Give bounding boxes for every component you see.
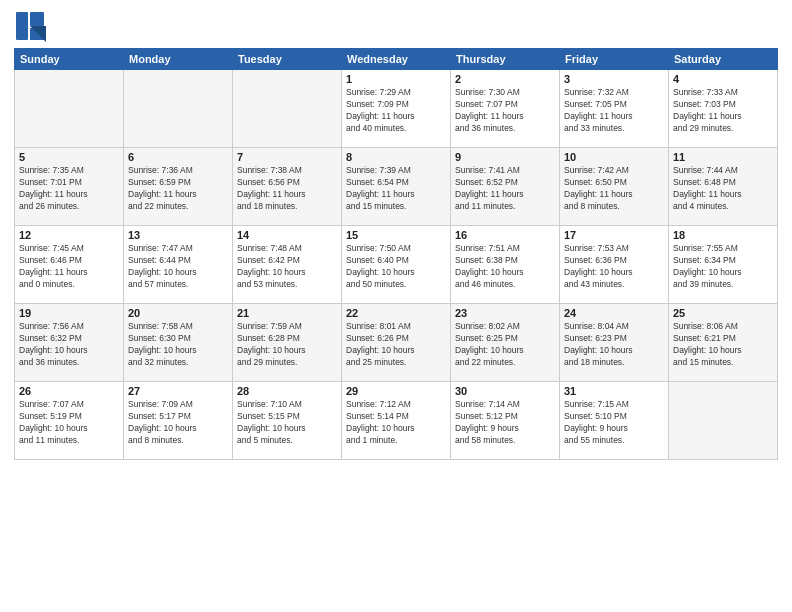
day-number: 4 [673,73,773,85]
day-info: Sunrise: 7:42 AM Sunset: 6:50 PM Dayligh… [564,165,664,213]
calendar-cell: 27Sunrise: 7:09 AM Sunset: 5:17 PM Dayli… [124,382,233,460]
calendar-header-tuesday: Tuesday [233,49,342,70]
day-info: Sunrise: 8:06 AM Sunset: 6:21 PM Dayligh… [673,321,773,369]
calendar-header-sunday: Sunday [15,49,124,70]
calendar-cell: 24Sunrise: 8:04 AM Sunset: 6:23 PM Dayli… [560,304,669,382]
day-info: Sunrise: 7:44 AM Sunset: 6:48 PM Dayligh… [673,165,773,213]
day-number: 23 [455,307,555,319]
day-info: Sunrise: 7:12 AM Sunset: 5:14 PM Dayligh… [346,399,446,447]
calendar-header-wednesday: Wednesday [342,49,451,70]
day-info: Sunrise: 7:50 AM Sunset: 6:40 PM Dayligh… [346,243,446,291]
day-number: 11 [673,151,773,163]
calendar-week-1: 5Sunrise: 7:35 AM Sunset: 7:01 PM Daylig… [15,148,778,226]
calendar-cell: 7Sunrise: 7:38 AM Sunset: 6:56 PM Daylig… [233,148,342,226]
calendar-week-2: 12Sunrise: 7:45 AM Sunset: 6:46 PM Dayli… [15,226,778,304]
svg-rect-0 [16,12,28,40]
calendar-cell: 22Sunrise: 8:01 AM Sunset: 6:26 PM Dayli… [342,304,451,382]
calendar-cell: 29Sunrise: 7:12 AM Sunset: 5:14 PM Dayli… [342,382,451,460]
day-info: Sunrise: 7:07 AM Sunset: 5:19 PM Dayligh… [19,399,119,447]
calendar-cell: 25Sunrise: 8:06 AM Sunset: 6:21 PM Dayli… [669,304,778,382]
day-number: 15 [346,229,446,241]
calendar-cell: 21Sunrise: 7:59 AM Sunset: 6:28 PM Dayli… [233,304,342,382]
calendar-cell: 20Sunrise: 7:58 AM Sunset: 6:30 PM Dayli… [124,304,233,382]
day-info: Sunrise: 7:53 AM Sunset: 6:36 PM Dayligh… [564,243,664,291]
day-info: Sunrise: 8:02 AM Sunset: 6:25 PM Dayligh… [455,321,555,369]
day-number: 26 [19,385,119,397]
day-info: Sunrise: 7:36 AM Sunset: 6:59 PM Dayligh… [128,165,228,213]
day-number: 17 [564,229,664,241]
calendar-cell: 9Sunrise: 7:41 AM Sunset: 6:52 PM Daylig… [451,148,560,226]
calendar-cell: 3Sunrise: 7:32 AM Sunset: 7:05 PM Daylig… [560,70,669,148]
day-info: Sunrise: 8:04 AM Sunset: 6:23 PM Dayligh… [564,321,664,369]
calendar-cell: 15Sunrise: 7:50 AM Sunset: 6:40 PM Dayli… [342,226,451,304]
calendar-table: SundayMondayTuesdayWednesdayThursdayFrid… [14,48,778,460]
day-number: 5 [19,151,119,163]
calendar-cell: 6Sunrise: 7:36 AM Sunset: 6:59 PM Daylig… [124,148,233,226]
day-info: Sunrise: 7:15 AM Sunset: 5:10 PM Dayligh… [564,399,664,447]
calendar-cell: 16Sunrise: 7:51 AM Sunset: 6:38 PM Dayli… [451,226,560,304]
calendar-header-monday: Monday [124,49,233,70]
day-number: 13 [128,229,228,241]
calendar-cell: 12Sunrise: 7:45 AM Sunset: 6:46 PM Dayli… [15,226,124,304]
day-number: 25 [673,307,773,319]
day-info: Sunrise: 7:29 AM Sunset: 7:09 PM Dayligh… [346,87,446,135]
calendar-cell: 23Sunrise: 8:02 AM Sunset: 6:25 PM Dayli… [451,304,560,382]
header [14,10,778,42]
calendar-cell: 17Sunrise: 7:53 AM Sunset: 6:36 PM Dayli… [560,226,669,304]
calendar-header-saturday: Saturday [669,49,778,70]
calendar-cell: 11Sunrise: 7:44 AM Sunset: 6:48 PM Dayli… [669,148,778,226]
day-info: Sunrise: 7:41 AM Sunset: 6:52 PM Dayligh… [455,165,555,213]
day-number: 1 [346,73,446,85]
day-info: Sunrise: 7:58 AM Sunset: 6:30 PM Dayligh… [128,321,228,369]
page: SundayMondayTuesdayWednesdayThursdayFrid… [0,0,792,612]
day-info: Sunrise: 7:38 AM Sunset: 6:56 PM Dayligh… [237,165,337,213]
day-number: 12 [19,229,119,241]
day-number: 24 [564,307,664,319]
calendar-cell: 8Sunrise: 7:39 AM Sunset: 6:54 PM Daylig… [342,148,451,226]
calendar-cell: 26Sunrise: 7:07 AM Sunset: 5:19 PM Dayli… [15,382,124,460]
calendar-cell [669,382,778,460]
day-info: Sunrise: 7:39 AM Sunset: 6:54 PM Dayligh… [346,165,446,213]
day-info: Sunrise: 7:59 AM Sunset: 6:28 PM Dayligh… [237,321,337,369]
day-number: 9 [455,151,555,163]
day-number: 6 [128,151,228,163]
day-number: 31 [564,385,664,397]
day-number: 3 [564,73,664,85]
day-number: 22 [346,307,446,319]
day-info: Sunrise: 8:01 AM Sunset: 6:26 PM Dayligh… [346,321,446,369]
calendar-cell: 30Sunrise: 7:14 AM Sunset: 5:12 PM Dayli… [451,382,560,460]
day-number: 29 [346,385,446,397]
calendar-cell: 14Sunrise: 7:48 AM Sunset: 6:42 PM Dayli… [233,226,342,304]
day-info: Sunrise: 7:56 AM Sunset: 6:32 PM Dayligh… [19,321,119,369]
calendar-cell: 1Sunrise: 7:29 AM Sunset: 7:09 PM Daylig… [342,70,451,148]
day-info: Sunrise: 7:10 AM Sunset: 5:15 PM Dayligh… [237,399,337,447]
day-number: 18 [673,229,773,241]
calendar-cell: 2Sunrise: 7:30 AM Sunset: 7:07 PM Daylig… [451,70,560,148]
day-number: 8 [346,151,446,163]
day-number: 20 [128,307,228,319]
calendar-week-0: 1Sunrise: 7:29 AM Sunset: 7:09 PM Daylig… [15,70,778,148]
day-info: Sunrise: 7:33 AM Sunset: 7:03 PM Dayligh… [673,87,773,135]
day-info: Sunrise: 7:30 AM Sunset: 7:07 PM Dayligh… [455,87,555,135]
day-info: Sunrise: 7:45 AM Sunset: 6:46 PM Dayligh… [19,243,119,291]
day-number: 14 [237,229,337,241]
day-info: Sunrise: 7:32 AM Sunset: 7:05 PM Dayligh… [564,87,664,135]
day-number: 10 [564,151,664,163]
calendar-cell: 4Sunrise: 7:33 AM Sunset: 7:03 PM Daylig… [669,70,778,148]
day-number: 28 [237,385,337,397]
day-info: Sunrise: 7:55 AM Sunset: 6:34 PM Dayligh… [673,243,773,291]
calendar-cell: 5Sunrise: 7:35 AM Sunset: 7:01 PM Daylig… [15,148,124,226]
logo [14,10,48,42]
day-info: Sunrise: 7:35 AM Sunset: 7:01 PM Dayligh… [19,165,119,213]
calendar-header-row: SundayMondayTuesdayWednesdayThursdayFrid… [15,49,778,70]
day-info: Sunrise: 7:09 AM Sunset: 5:17 PM Dayligh… [128,399,228,447]
calendar-cell [124,70,233,148]
calendar-cell [15,70,124,148]
day-number: 16 [455,229,555,241]
day-info: Sunrise: 7:48 AM Sunset: 6:42 PM Dayligh… [237,243,337,291]
calendar-cell: 18Sunrise: 7:55 AM Sunset: 6:34 PM Dayli… [669,226,778,304]
day-info: Sunrise: 7:14 AM Sunset: 5:12 PM Dayligh… [455,399,555,447]
calendar-week-4: 26Sunrise: 7:07 AM Sunset: 5:19 PM Dayli… [15,382,778,460]
day-number: 27 [128,385,228,397]
calendar-week-3: 19Sunrise: 7:56 AM Sunset: 6:32 PM Dayli… [15,304,778,382]
